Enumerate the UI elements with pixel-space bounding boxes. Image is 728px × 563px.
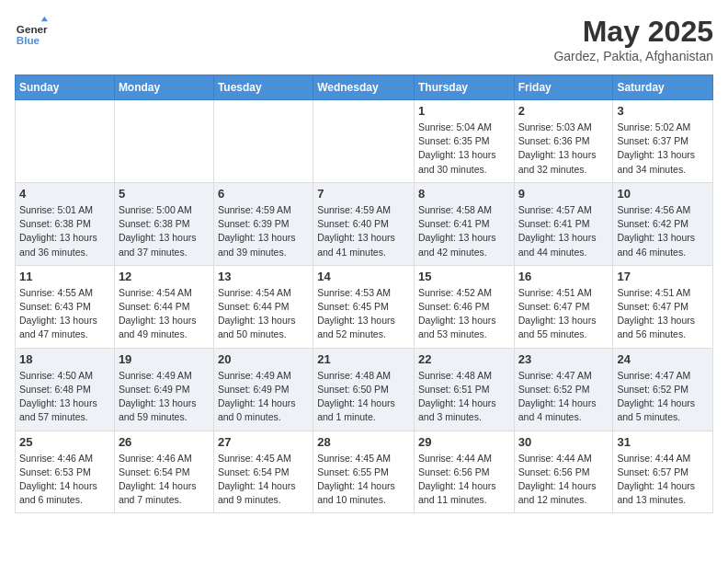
day-number: 11 [19,270,110,283]
calendar-cell: 16Sunrise: 4:51 AM Sunset: 6:47 PM Dayli… [514,265,613,348]
day-info: Sunrise: 4:54 AM Sunset: 6:44 PM Dayligh… [218,286,309,342]
day-number: 18 [19,352,110,366]
day-info: Sunrise: 4:49 AM Sunset: 6:49 PM Dayligh… [119,369,210,425]
calendar-cell: 6Sunrise: 4:59 AM Sunset: 6:39 PM Daylig… [213,182,313,265]
logo-icon: General Blue [15,15,48,48]
header-monday: Monday [114,75,213,100]
day-number: 12 [119,270,210,283]
calendar-cell: 27Sunrise: 4:45 AM Sunset: 6:54 PM Dayli… [213,431,313,513]
day-info: Sunrise: 4:46 AM Sunset: 6:54 PM Dayligh… [119,452,210,508]
calendar-cell: 31Sunrise: 4:44 AM Sunset: 6:57 PM Dayli… [613,431,713,513]
calendar-cell: 8Sunrise: 4:58 AM Sunset: 6:41 PM Daylig… [414,182,514,265]
day-number: 14 [317,270,410,283]
svg-text:Blue: Blue [17,34,40,46]
day-info: Sunrise: 4:48 AM Sunset: 6:50 PM Dayligh… [317,369,410,425]
calendar-cell: 29Sunrise: 4:44 AM Sunset: 6:56 PM Dayli… [414,431,514,513]
day-number: 30 [518,435,609,449]
calendar-cell: 9Sunrise: 4:57 AM Sunset: 6:41 PM Daylig… [514,182,613,265]
day-number: 16 [518,270,609,283]
day-info: Sunrise: 4:55 AM Sunset: 6:43 PM Dayligh… [19,286,110,342]
day-info: Sunrise: 4:51 AM Sunset: 6:47 PM Dayligh… [617,286,709,342]
calendar-cell: 19Sunrise: 4:49 AM Sunset: 6:49 PM Dayli… [114,348,213,431]
day-info: Sunrise: 4:54 AM Sunset: 6:44 PM Dayligh… [119,286,210,342]
day-number: 1 [418,104,510,118]
day-info: Sunrise: 4:45 AM Sunset: 6:55 PM Dayligh… [317,452,410,508]
calendar-cell: 2Sunrise: 5:03 AM Sunset: 6:36 PM Daylig… [514,100,613,183]
day-info: Sunrise: 4:48 AM Sunset: 6:51 PM Dayligh… [418,369,510,425]
day-number: 23 [518,352,609,366]
calendar-cell: 10Sunrise: 4:56 AM Sunset: 6:42 PM Dayli… [613,182,713,265]
day-number: 9 [518,187,609,201]
calendar-title: May 2025 [553,15,713,49]
calendar-week-row: 25Sunrise: 4:46 AM Sunset: 6:53 PM Dayli… [16,431,713,513]
header-friday: Friday [514,75,613,100]
day-info: Sunrise: 4:47 AM Sunset: 6:52 PM Dayligh… [518,369,609,425]
calendar-header-row: SundayMondayTuesdayWednesdayThursdayFrid… [16,75,713,100]
page-header: General Blue General Blue May 2025 Garde… [15,15,713,63]
day-number: 8 [418,187,510,201]
day-info: Sunrise: 5:03 AM Sunset: 6:36 PM Dayligh… [518,121,609,177]
day-info: Sunrise: 4:52 AM Sunset: 6:46 PM Dayligh… [418,286,510,342]
calendar-cell: 3Sunrise: 5:02 AM Sunset: 6:37 PM Daylig… [613,100,713,183]
calendar-week-row: 4Sunrise: 5:01 AM Sunset: 6:38 PM Daylig… [16,182,713,265]
calendar-cell: 1Sunrise: 5:04 AM Sunset: 6:35 PM Daylig… [414,100,514,183]
day-info: Sunrise: 5:00 AM Sunset: 6:38 PM Dayligh… [119,203,210,259]
calendar-subtitle: Gardez, Paktia, Afghanistan [553,49,713,63]
day-info: Sunrise: 4:50 AM Sunset: 6:48 PM Dayligh… [19,369,110,425]
day-number: 21 [317,352,410,366]
calendar-cell [16,100,115,183]
calendar-cell: 30Sunrise: 4:44 AM Sunset: 6:56 PM Dayli… [514,431,613,513]
logo: General Blue General Blue [15,15,48,48]
calendar-cell: 17Sunrise: 4:51 AM Sunset: 6:47 PM Dayli… [613,265,713,348]
calendar-cell: 14Sunrise: 4:53 AM Sunset: 6:45 PM Dayli… [313,265,415,348]
day-info: Sunrise: 4:58 AM Sunset: 6:41 PM Dayligh… [418,203,510,259]
calendar-cell: 11Sunrise: 4:55 AM Sunset: 6:43 PM Dayli… [16,265,115,348]
calendar-cell: 12Sunrise: 4:54 AM Sunset: 6:44 PM Dayli… [114,265,213,348]
day-info: Sunrise: 5:04 AM Sunset: 6:35 PM Dayligh… [418,121,510,177]
day-info: Sunrise: 4:53 AM Sunset: 6:45 PM Dayligh… [317,286,410,342]
day-number: 13 [218,270,309,283]
day-number: 10 [617,187,709,201]
calendar-cell: 7Sunrise: 4:59 AM Sunset: 6:40 PM Daylig… [313,182,415,265]
day-info: Sunrise: 4:45 AM Sunset: 6:54 PM Dayligh… [218,452,309,508]
day-info: Sunrise: 4:59 AM Sunset: 6:39 PM Dayligh… [218,203,309,259]
calendar-cell: 24Sunrise: 4:47 AM Sunset: 6:52 PM Dayli… [613,348,713,431]
day-number: 6 [218,187,309,201]
day-number: 25 [19,435,110,449]
calendar-cell: 15Sunrise: 4:52 AM Sunset: 6:46 PM Dayli… [414,265,514,348]
calendar-cell: 28Sunrise: 4:45 AM Sunset: 6:55 PM Dayli… [313,431,415,513]
calendar-week-row: 18Sunrise: 4:50 AM Sunset: 6:48 PM Dayli… [16,348,713,431]
day-info: Sunrise: 4:57 AM Sunset: 6:41 PM Dayligh… [518,203,609,259]
calendar-cell: 22Sunrise: 4:48 AM Sunset: 6:51 PM Dayli… [414,348,514,431]
header-thursday: Thursday [414,75,514,100]
calendar-cell: 21Sunrise: 4:48 AM Sunset: 6:50 PM Dayli… [313,348,415,431]
svg-marker-2 [41,17,48,21]
day-number: 26 [119,435,210,449]
day-number: 5 [119,187,210,201]
day-number: 17 [617,270,709,283]
day-number: 31 [617,435,709,449]
header-sunday: Sunday [16,75,115,100]
day-info: Sunrise: 4:59 AM Sunset: 6:40 PM Dayligh… [317,203,410,259]
calendar-cell: 25Sunrise: 4:46 AM Sunset: 6:53 PM Dayli… [16,431,115,513]
day-number: 19 [119,352,210,366]
calendar-table: SundayMondayTuesdayWednesdayThursdayFrid… [15,75,713,513]
calendar-cell: 18Sunrise: 4:50 AM Sunset: 6:48 PM Dayli… [16,348,115,431]
calendar-cell: 23Sunrise: 4:47 AM Sunset: 6:52 PM Dayli… [514,348,613,431]
day-info: Sunrise: 4:47 AM Sunset: 6:52 PM Dayligh… [617,369,709,425]
day-info: Sunrise: 4:44 AM Sunset: 6:56 PM Dayligh… [518,452,609,508]
day-info: Sunrise: 4:44 AM Sunset: 6:56 PM Dayligh… [418,452,510,508]
day-number: 4 [19,187,110,201]
header-tuesday: Tuesday [213,75,313,100]
calendar-cell: 13Sunrise: 4:54 AM Sunset: 6:44 PM Dayli… [213,265,313,348]
calendar-cell: 26Sunrise: 4:46 AM Sunset: 6:54 PM Dayli… [114,431,213,513]
title-block: May 2025 Gardez, Paktia, Afghanistan [553,15,713,63]
day-info: Sunrise: 4:51 AM Sunset: 6:47 PM Dayligh… [518,286,609,342]
day-number: 29 [418,435,510,449]
day-number: 20 [218,352,309,366]
calendar-cell: 4Sunrise: 5:01 AM Sunset: 6:38 PM Daylig… [16,182,115,265]
day-info: Sunrise: 5:01 AM Sunset: 6:38 PM Dayligh… [19,203,110,259]
day-number: 7 [317,187,410,201]
calendar-cell [313,100,415,183]
day-number: 24 [617,352,709,366]
